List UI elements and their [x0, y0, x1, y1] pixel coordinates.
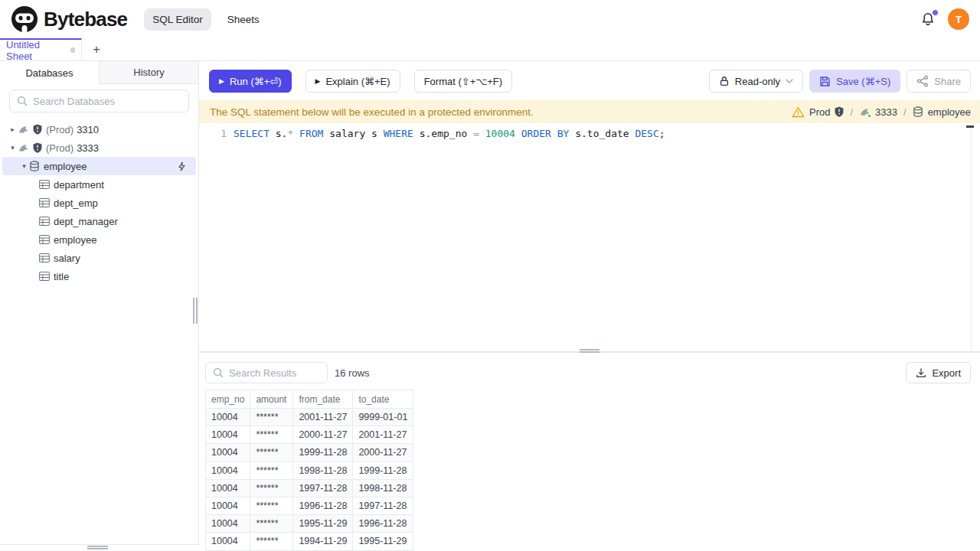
table-row[interactable]: 10004******1994-11-291995-11-29	[206, 533, 413, 550]
tree-item-table-dept_emp[interactable]: dept_emp	[0, 194, 198, 212]
tree-item-table-dept_manager[interactable]: dept_manager	[0, 212, 198, 230]
cell-from_date[interactable]: 2000-11-27	[293, 426, 353, 444]
notifications-button[interactable]	[920, 11, 936, 27]
cell-amount[interactable]: ******	[250, 444, 293, 461]
cell-from_date[interactable]: 1997-11-28	[293, 479, 353, 497]
format-label: Format (⇧+⌥+F)	[424, 76, 502, 87]
instance-engine	[859, 106, 871, 118]
tab-untitled-sheet[interactable]: Untitled Sheet	[0, 38, 82, 60]
cell-emp_no[interactable]: 10004	[206, 409, 250, 426]
column-header-from_date[interactable]: from_date	[293, 390, 353, 409]
table-row[interactable]: 10004******1998-11-281999-11-28	[206, 461, 413, 479]
sidebar-bottom-handle[interactable]	[87, 546, 108, 550]
cell-amount[interactable]: ******	[250, 426, 293, 444]
tree-item-table-employee[interactable]: employee	[0, 230, 198, 249]
cell-amount[interactable]: ******	[250, 479, 293, 497]
results-search-input[interactable]	[229, 367, 320, 379]
readonly-mode-button[interactable]: Read-only	[709, 70, 803, 93]
add-sheet-button[interactable]: +	[87, 41, 106, 59]
cell-to_date[interactable]: 1996-11-28	[353, 515, 413, 533]
cell-amount[interactable]: ******	[250, 497, 293, 514]
column-header-to_date[interactable]: to_date	[353, 390, 413, 409]
table-row[interactable]: 10004******2001-11-279999-01-01	[206, 409, 413, 426]
cell-to_date[interactable]: 1995-11-29	[353, 533, 413, 550]
share-button[interactable]: Share	[906, 70, 971, 93]
table-icon	[39, 198, 50, 207]
bytebase-sql-editor-window: Bytebase SQL Editor Sheets T Untitled Sh…	[0, 0, 980, 551]
results-search[interactable]	[205, 362, 328, 383]
mysql-icon	[18, 142, 29, 154]
editor-toolbar: ▶ Run (⌘+⏎) ▶ Explain (⌘+E) Format (⇧+⌥+…	[199, 70, 980, 93]
cell-from_date[interactable]: 1995-11-29	[293, 515, 353, 533]
tree-item-table-salary[interactable]: salary	[0, 249, 198, 267]
tree-item-label: 3310	[77, 124, 99, 135]
collapse-icon[interactable]: ▾	[8, 144, 18, 152]
cell-emp_no[interactable]: 10004	[206, 479, 250, 497]
cell-from_date[interactable]: 1999-11-28	[293, 444, 353, 461]
sidebar-resize-handle[interactable]	[193, 298, 199, 324]
top-header: Bytebase SQL Editor Sheets T	[0, 0, 980, 38]
tab-databases[interactable]: Databases	[0, 61, 99, 84]
table-row[interactable]: 10004******1996-11-281997-11-28	[206, 497, 413, 514]
banner-message: The SQL statement below will be executed…	[210, 106, 534, 118]
brand[interactable]: Bytebase	[11, 5, 127, 33]
nav-sql-editor[interactable]: SQL Editor	[144, 8, 211, 31]
instance-name[interactable]: 3333	[875, 106, 897, 118]
export-label: Export	[932, 367, 961, 379]
collapse-icon[interactable]: ▾	[19, 162, 29, 170]
cell-emp_no[interactable]: 10004	[206, 426, 250, 444]
cell-amount[interactable]: ******	[250, 515, 293, 533]
cell-to_date[interactable]: 1997-11-28	[353, 497, 413, 514]
expand-icon[interactable]: ▸	[8, 126, 18, 133]
database-name[interactable]: employee	[928, 106, 971, 118]
column-header-emp_no[interactable]: emp_no	[206, 390, 250, 409]
tree-item-instance-3310[interactable]: ▸(Prod)3310	[0, 120, 198, 139]
cell-to_date[interactable]: 2001-11-27	[353, 426, 413, 444]
environment-prefix: (Prod)	[46, 124, 74, 135]
tab-history[interactable]: History	[99, 61, 198, 84]
database-search-input[interactable]	[33, 96, 181, 107]
nav-sheets[interactable]: Sheets	[219, 8, 268, 31]
format-button[interactable]: Format (⇧+⌥+F)	[414, 70, 512, 93]
avatar[interactable]: T	[948, 8, 969, 30]
cell-emp_no[interactable]: 10004	[206, 533, 250, 550]
export-button[interactable]: Export	[906, 362, 971, 383]
tree-item-instance-3333[interactable]: ▾(Prod)3333	[0, 139, 198, 157]
cell-amount[interactable]: ******	[250, 533, 293, 550]
cell-emp_no[interactable]: 10004	[206, 515, 250, 533]
cell-from_date[interactable]: 1994-11-29	[293, 533, 353, 550]
cell-to_date[interactable]: 2000-11-27	[353, 444, 413, 461]
share-icon	[916, 75, 929, 87]
run-button[interactable]: ▶ Run (⌘+⏎)	[209, 70, 292, 93]
results-resize-handle[interactable]	[580, 349, 599, 354]
table-row[interactable]: 10004******1995-11-291996-11-28	[206, 515, 413, 533]
save-button[interactable]: Save (⌘+S)	[809, 70, 900, 93]
cell-from_date[interactable]: 1998-11-28	[293, 461, 353, 479]
cell-from_date[interactable]: 1996-11-28	[293, 497, 353, 514]
tree-item-label: title	[54, 271, 69, 282]
explain-button[interactable]: ▶ Explain (⌘+E)	[305, 70, 400, 93]
cell-emp_no[interactable]: 10004	[206, 497, 250, 514]
cell-to_date[interactable]: 1998-11-28	[353, 479, 413, 497]
cell-amount[interactable]: ******	[250, 461, 293, 479]
cell-to_date[interactable]: 9999-01-01	[353, 409, 413, 426]
table-row[interactable]: 10004******2000-11-272001-11-27	[206, 426, 413, 444]
cell-emp_no[interactable]: 10004	[206, 444, 250, 461]
bolt-icon[interactable]	[177, 161, 187, 171]
tree-item-table-department[interactable]: department	[0, 175, 198, 194]
sql-editor-area[interactable]: 1 SELECT s.* FROM salary s WHERE s.emp_n…	[199, 123, 980, 352]
table-icon	[39, 253, 50, 262]
cell-amount[interactable]: ******	[250, 409, 293, 426]
cell-emp_no[interactable]: 10004	[206, 461, 250, 479]
environment-name[interactable]: Prod	[809, 106, 830, 118]
column-header-amount[interactable]: amount	[250, 390, 293, 409]
sql-code-line[interactable]: SELECT s.* FROM salary s WHERE s.emp_no …	[234, 128, 665, 139]
table-row[interactable]: 10004******1997-11-281998-11-28	[206, 479, 413, 497]
tree-item-table-title[interactable]: title	[0, 267, 198, 285]
tree-item-database-employee[interactable]: ▾employee	[2, 157, 196, 175]
cell-to_date[interactable]: 1999-11-28	[353, 461, 413, 479]
cell-from_date[interactable]: 2001-11-27	[293, 409, 353, 426]
table-row[interactable]: 10004******1999-11-282000-11-27	[206, 444, 413, 461]
table-icon	[39, 235, 50, 244]
database-search[interactable]	[9, 90, 189, 112]
